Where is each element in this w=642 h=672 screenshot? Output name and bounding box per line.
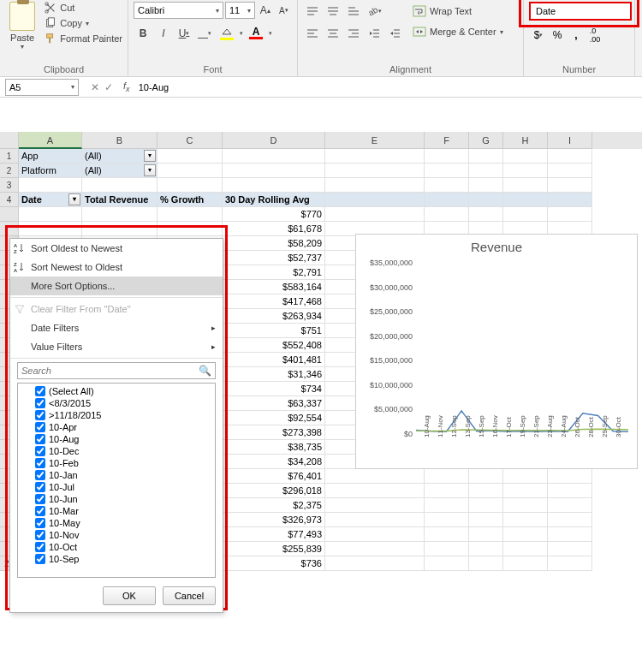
chevron-down-icon[interactable]: ▾ <box>86 20 89 27</box>
filter-search-input[interactable] <box>21 366 199 376</box>
filter-item-checkbox[interactable] <box>35 398 45 408</box>
filter-item-checkbox[interactable] <box>35 446 45 456</box>
cell[interactable] <box>503 527 548 542</box>
row-header[interactable]: 3 <box>0 178 19 193</box>
fx-icon[interactable]: fx <box>120 80 134 93</box>
cell[interactable] <box>158 207 223 222</box>
align-center-button[interactable] <box>324 24 342 43</box>
filter-item[interactable]: 10-Aug <box>20 433 213 445</box>
font-color-button[interactable]: A <box>245 24 267 43</box>
select-all-corner[interactable] <box>0 132 19 149</box>
filter-dropdown-button[interactable]: ▾ <box>144 164 156 176</box>
align-right-button[interactable] <box>344 24 363 43</box>
filter-item[interactable]: 10-Jun <box>20 493 213 505</box>
cell[interactable]: $2,791 <box>223 265 325 280</box>
cell[interactable] <box>425 527 469 542</box>
filter-item-checkbox[interactable] <box>35 458 45 468</box>
column-header-D[interactable]: D <box>223 132 325 149</box>
cell[interactable] <box>325 207 425 222</box>
cell[interactable] <box>469 178 503 193</box>
underline-button[interactable]: U▾ <box>175 24 193 43</box>
cell[interactable] <box>503 164 548 178</box>
cell[interactable] <box>548 149 592 164</box>
percent-format-button[interactable]: % <box>548 26 567 45</box>
column-header-A[interactable]: A <box>19 132 82 149</box>
filter-item[interactable]: 10-May <box>20 517 213 529</box>
cell[interactable] <box>469 513 503 527</box>
cell[interactable] <box>223 178 325 193</box>
cell[interactable]: Date▾ <box>19 193 82 207</box>
cell[interactable] <box>548 527 592 542</box>
cell[interactable]: App <box>19 149 82 164</box>
merge-center-button[interactable]: Merge & Center ▾ <box>413 22 503 41</box>
cell[interactable] <box>425 149 469 164</box>
cell[interactable] <box>82 222 158 236</box>
cell[interactable]: $63,337 <box>223 396 325 411</box>
cell[interactable]: $38,735 <box>223 440 325 455</box>
cell[interactable]: $734 <box>223 382 325 396</box>
cut-button[interactable]: Cut <box>45 2 122 14</box>
chevron-down-icon[interactable]: ▾ <box>269 30 272 37</box>
filter-item-checkbox[interactable] <box>35 470 45 480</box>
formula-content[interactable]: 10-Aug <box>134 82 642 92</box>
cell[interactable] <box>82 207 158 222</box>
comma-format-button[interactable]: , <box>567 26 586 45</box>
cell[interactable] <box>503 542 548 556</box>
filter-item-checkbox[interactable] <box>35 482 45 492</box>
cell[interactable] <box>469 556 503 571</box>
cell[interactable]: $92,554 <box>223 411 325 425</box>
increase-font-button[interactable]: A▴ <box>257 2 273 19</box>
cell[interactable]: Platform <box>19 164 82 178</box>
cell[interactable]: $417,468 <box>223 294 325 309</box>
date-filters-button[interactable]: Date Filters ▸ <box>10 318 223 337</box>
column-header-E[interactable]: E <box>325 132 425 149</box>
cell[interactable] <box>548 193 592 207</box>
cell[interactable] <box>548 178 592 193</box>
cell[interactable]: $2,375 <box>223 498 325 513</box>
cell[interactable] <box>325 178 425 193</box>
cell[interactable] <box>503 207 548 222</box>
row-header[interactable]: 1 <box>0 149 19 164</box>
cell[interactable] <box>425 542 469 556</box>
cell[interactable]: $34,208 <box>223 455 325 469</box>
copy-button[interactable]: Copy ▾ <box>45 17 122 29</box>
filter-item[interactable]: <8/3/2015 <box>20 397 213 409</box>
cell[interactable]: $583,164 <box>223 280 325 294</box>
align-top-button[interactable] <box>303 2 322 21</box>
filter-item[interactable]: 10-Sep <box>20 553 213 565</box>
cell[interactable]: $76,401 <box>223 469 325 484</box>
cell[interactable] <box>548 513 592 527</box>
cell[interactable]: (All)▾ <box>82 149 158 164</box>
cell[interactable] <box>325 542 425 556</box>
row-header[interactable] <box>0 222 19 236</box>
decrease-indent-button[interactable] <box>365 24 383 43</box>
bold-button[interactable]: B <box>134 24 152 43</box>
row-header[interactable]: 4 <box>0 193 19 207</box>
cell[interactable] <box>469 149 503 164</box>
filter-item-checkbox[interactable] <box>35 386 45 396</box>
cell[interactable] <box>548 542 592 556</box>
cell[interactable] <box>425 556 469 571</box>
font-name-select[interactable]: Calibri ▾ <box>134 2 223 19</box>
cell[interactable] <box>469 498 503 513</box>
paste-button[interactable]: Paste ▾ <box>5 2 39 62</box>
filter-item[interactable]: 10-Jul <box>20 481 213 493</box>
fill-color-button[interactable] <box>216 24 238 43</box>
cell[interactable] <box>548 164 592 178</box>
row-header[interactable] <box>0 207 19 222</box>
cell[interactable] <box>503 193 548 207</box>
cell[interactable]: $255,839 <box>223 542 325 556</box>
cell[interactable]: $552,408 <box>223 338 325 353</box>
cell[interactable]: $31,346 <box>223 367 325 382</box>
cell[interactable] <box>503 178 548 193</box>
cell[interactable] <box>548 498 592 513</box>
filter-item[interactable]: 10-Apr <box>20 421 213 433</box>
cell[interactable]: $263,934 <box>223 309 325 324</box>
italic-button[interactable]: I <box>154 24 173 43</box>
cancel-button[interactable]: Cancel <box>163 586 216 605</box>
filter-item[interactable]: 10-Oct <box>20 541 213 553</box>
column-header-C[interactable]: C <box>158 132 223 149</box>
cell[interactable] <box>325 149 425 164</box>
column-header-B[interactable]: B <box>82 132 158 149</box>
cell[interactable] <box>158 178 223 193</box>
